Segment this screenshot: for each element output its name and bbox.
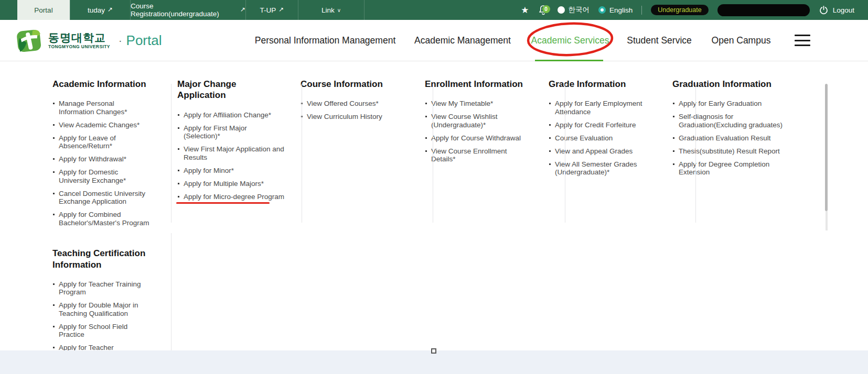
tab-course-registration[interactable]: Course Registration(undergraduate) ↗ [130, 0, 245, 20]
menu-item[interactable]: Thesis(substitute) Result Report [672, 147, 784, 156]
main-navigation: Personal Information Management Academic… [0, 20, 868, 61]
menu-item[interactable]: Apply for Minor* [177, 167, 285, 175]
topbar-divider [641, 6, 642, 15]
menu-item[interactable]: View and Appeal Grades [549, 147, 643, 156]
menu-item[interactable]: Apply for Credit Forfeiture [549, 121, 643, 129]
header: 동명대학교 TONGMYONG UNIVERSITY · Portal Pers… [0, 20, 868, 61]
menu-item[interactable]: Apply for First Major (Selection)* [177, 124, 285, 140]
menu-column-enrollment-information: Enrollment Information View My Timetable… [425, 79, 530, 168]
menu-group: Enrollment Information View My Timetable… [425, 79, 530, 163]
favorites-star-icon[interactable]: ★ [521, 6, 529, 15]
menu-group-title: Major Change Application [177, 79, 285, 101]
tab-tuday[interactable]: tuday ↗ [70, 0, 130, 20]
scrollbar-thumb[interactable] [825, 84, 828, 211]
nav-student-service[interactable]: Student Service [627, 35, 692, 46]
column-divider [171, 233, 172, 350]
column-divider [695, 84, 696, 223]
menu-item[interactable]: View Course Enrollment Details* [425, 147, 530, 163]
nav-open-campus[interactable]: Open Campus [712, 35, 771, 46]
menu-group: Grade Information Apply for Early Employ… [549, 79, 643, 177]
menu-item[interactable]: View First Major Application and Results [177, 145, 285, 161]
tab-tup[interactable]: T-UP ↗ [245, 0, 298, 20]
menu-group-title: Graduation Information [672, 79, 784, 90]
tab-link-label: Link [322, 6, 335, 14]
menu-item[interactable]: View All Semester Grades (Undergraduate)… [549, 160, 643, 177]
language-english-label: English [609, 6, 633, 14]
column-divider [565, 84, 565, 223]
column-divider [433, 84, 433, 223]
menu-item[interactable]: Cancel Domestic University Exchange Appl… [52, 190, 149, 206]
menu-item[interactable]: Graduation Evaluation Result [672, 134, 784, 142]
tab-portal[interactable]: Portal [17, 0, 70, 20]
menu-item[interactable]: Apply for Double Major in Teaching Quali… [52, 301, 149, 317]
tiny-square-marker [431, 348, 436, 354]
menu-item[interactable]: Apply for Combined Bachelor's/Master's P… [52, 211, 149, 227]
notification-count-badge: 0 [542, 5, 550, 13]
menu-item[interactable]: Apply for Early Employment Attendance [549, 100, 643, 116]
menu-group-title: Academic Information [52, 79, 149, 90]
tab-portal-label: Portal [34, 6, 52, 14]
menu-item[interactable]: Manage Personal Information Changes* [52, 100, 149, 116]
menu-item[interactable]: Self-diagnosis for Graduation(Excluding … [672, 113, 784, 129]
menu-item[interactable]: Apply for Domestic University Exchange* [52, 168, 149, 184]
academic-services-mega-menu: Academic Information Manage Personal Inf… [0, 61, 868, 350]
menu-item[interactable]: Apply for Leave of Absence/Return* [52, 134, 149, 150]
role-badge: Undergraduate [651, 5, 708, 15]
menu-item[interactable]: View Course Wishlist (Undergraduate)* [425, 113, 530, 129]
menu-column-course-information: Course Information View Offered Courses*… [301, 79, 405, 126]
menu-item[interactable]: Apply for Withdrawal* [52, 155, 149, 163]
menu-group: Academic Information Manage Personal Inf… [52, 79, 149, 227]
page-background-strip [0, 350, 868, 374]
menu-item[interactable]: Apply for Affiliation Change* [177, 111, 285, 119]
external-link-icon: ↗ [240, 6, 245, 13]
menu-column-academic-information: Academic Information Manage Personal Inf… [52, 79, 149, 357]
menu-item[interactable]: Apply for Teacher Training Program [52, 280, 149, 296]
nav-academic-services[interactable]: Academic Services [531, 35, 609, 46]
menu-group-title: Grade Information [549, 79, 643, 90]
tab-tup-label: T-UP [260, 6, 276, 14]
external-link-icon: ↗ [108, 6, 113, 13]
menu-group-title: Course Information [301, 79, 405, 90]
hamburger-menu-icon[interactable] [795, 35, 810, 46]
topbar-right-controls: ★ 0 한국어 English Undergraduate Logout [521, 0, 868, 20]
chevron-down-icon: ∨ [337, 7, 341, 13]
menu-item[interactable]: Apply for Early Graduation [672, 100, 784, 108]
menu-item[interactable]: Apply for Degree Completion Extension [672, 160, 784, 177]
menu-item[interactable]: View Academic Changes* [52, 121, 149, 129]
menu-group-title: Teaching Certification Information [52, 248, 149, 270]
language-korean-label: 한국어 [569, 5, 590, 15]
tab-link-dropdown[interactable]: Link ∨ [298, 0, 365, 20]
language-radio-icon [558, 6, 565, 14]
redacted-username[interactable] [717, 4, 810, 16]
language-option-english[interactable]: English [598, 6, 633, 14]
menu-group: Graduation Information Apply for Early G… [672, 79, 784, 177]
power-icon [819, 5, 829, 15]
notifications-button[interactable]: 0 [538, 4, 549, 16]
tab-tuday-label: tuday [88, 6, 105, 14]
external-link-icon: ↗ [278, 6, 284, 13]
tab-course-registration-label: Course Registration(undergraduate) [131, 2, 238, 18]
menu-group: Major Change Application Apply for Affil… [177, 79, 285, 201]
menu-item[interactable]: Course Evaluation [549, 134, 643, 142]
menu-column-graduation-information: Graduation Information Apply for Early G… [672, 79, 784, 181]
scrollbar-track[interactable] [826, 211, 828, 230]
topbar-tabs: Portal tuday ↗ Course Registration(under… [0, 0, 365, 20]
nav-academic-management[interactable]: Academic Management [414, 35, 511, 46]
menu-item[interactable]: View My Timetable* [425, 100, 530, 108]
menu-item[interactable]: View Curriculum History [301, 113, 405, 121]
menu-item[interactable]: Apply for Multiple Majors* [177, 180, 285, 188]
menu-column-major-change-application: Major Change Application Apply for Affil… [177, 79, 285, 206]
column-divider [171, 84, 172, 223]
menu-item[interactable]: Apply for Course Withdrawal [425, 134, 530, 142]
menu-item[interactable]: View Offered Courses* [301, 100, 405, 108]
menu-group: Teaching Certification Information Apply… [52, 248, 149, 352]
logout-button[interactable]: Logout [819, 5, 854, 15]
menu-item[interactable]: Apply for School Field Practice [52, 323, 149, 339]
menu-group: Course Information View Offered Courses*… [301, 79, 405, 121]
logout-label: Logout [833, 6, 854, 14]
language-option-korean[interactable]: 한국어 [558, 5, 590, 15]
menu-group-title: Enrollment Information [425, 79, 530, 90]
language-radio-selected-icon [598, 6, 606, 14]
nav-personal-information-management[interactable]: Personal Information Management [255, 35, 395, 46]
menu-item-micro-degree-annotated[interactable]: Apply for Micro-degree Program [177, 193, 285, 201]
